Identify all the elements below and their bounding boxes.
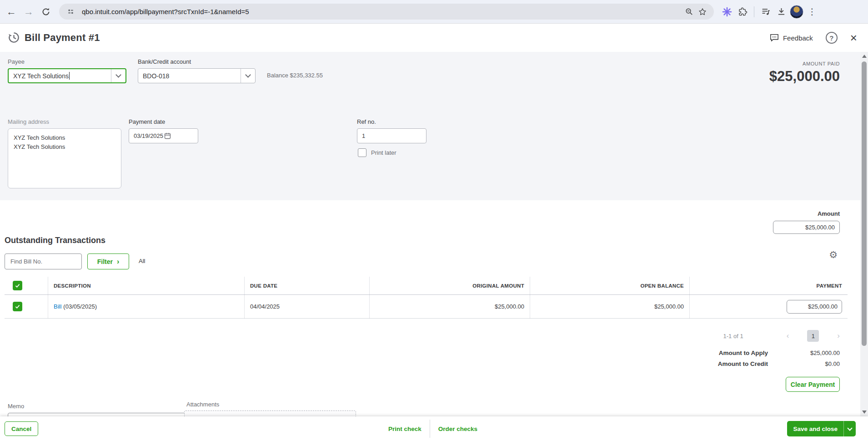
mailing-address-label: Mailing address: [8, 118, 49, 125]
header-description: DESCRIPTION: [48, 277, 244, 294]
amount-label: Amount: [818, 210, 840, 217]
row-checkbox[interactable]: [13, 302, 22, 311]
page-next-icon[interactable]: ›: [837, 331, 840, 340]
attachments-label: Attachments: [186, 401, 219, 408]
extension-starburst-icon[interactable]: [720, 5, 734, 19]
site-settings-icon[interactable]: [64, 5, 77, 19]
find-bill-input[interactable]: [5, 253, 82, 269]
outstanding-transactions-title: Outstanding Transactions: [5, 236, 105, 245]
clear-payment-button[interactable]: Clear Payment: [786, 377, 840, 392]
extensions-area: ⋮: [720, 5, 819, 19]
print-later-checkbox[interactable]: [358, 148, 366, 157]
chevron-down-icon: [847, 426, 852, 431]
scrollbar-thumb[interactable]: [862, 61, 867, 346]
page-prev-icon[interactable]: ‹: [787, 331, 789, 340]
payee-combobox[interactable]: XYZ Tech Solutions: [8, 68, 126, 83]
chevron-down-icon: [115, 72, 121, 78]
payment-date-label: Payment date: [129, 118, 165, 125]
filter-all-label: All: [139, 258, 145, 264]
table-header-row: DESCRIPTION DUE DATE ORIGINAL AMOUNT OPE…: [5, 277, 848, 295]
toolbar-separator: [754, 6, 754, 17]
calendar-icon[interactable]: [164, 132, 194, 140]
help-icon[interactable]: ?: [826, 32, 838, 44]
transactions-section: Amount Outstanding Transactions Filter ›…: [0, 200, 860, 416]
page-number[interactable]: 1: [807, 330, 819, 342]
feedback-button[interactable]: Feedback: [769, 33, 813, 42]
payee-label: Payee: [8, 58, 25, 65]
url-text[interactable]: qbo.intuit.com/app/billpayment?srcTxnId=…: [82, 8, 682, 15]
bank-account-label: Bank/Credit account: [138, 58, 191, 65]
filter-button[interactable]: Filter ›: [87, 253, 129, 269]
history-clock-icon[interactable]: [8, 31, 20, 44]
text-caret: [69, 72, 70, 80]
amount-paid-label: AMOUNT PAID: [769, 61, 840, 66]
print-check-button[interactable]: Print check: [380, 426, 430, 432]
mailing-address-field[interactable]: XYZ Tech Solutions XYZ Tech Solutions: [8, 128, 121, 188]
url-bar[interactable]: qbo.intuit.com/app/billpayment?srcTxnId=…: [59, 4, 714, 20]
forward-icon[interactable]: →: [20, 3, 37, 20]
save-and-close-button[interactable]: Save and close: [787, 421, 843, 436]
select-all-checkbox[interactable]: [13, 281, 22, 290]
table-row: Bill (03/05/2025) 04/04/2025 $25,000.00 …: [5, 295, 848, 319]
bill-link[interactable]: Bill: [54, 303, 61, 310]
ref-no-field[interactable]: [357, 128, 426, 143]
close-icon[interactable]: ×: [850, 32, 857, 44]
extensions-puzzle-icon[interactable]: [736, 5, 749, 19]
bank-account-value: BDO-018: [143, 72, 169, 80]
chrome-menu-icon[interactable]: ⋮: [805, 6, 819, 17]
bill-payment-page: ← → qbo.intuit.com/app/billpayment?srcTx…: [0, 0, 868, 441]
bookmark-star-icon[interactable]: [696, 5, 709, 19]
payment-amount-field[interactable]: [787, 300, 842, 314]
filter-label: Filter: [97, 258, 113, 265]
payment-date-value: 03/19/2025: [134, 132, 164, 139]
back-icon[interactable]: ←: [3, 3, 20, 20]
chevron-right-icon: ›: [117, 258, 119, 266]
balance-label: Balance: [267, 72, 288, 79]
scroll-up-icon[interactable]: [862, 55, 867, 58]
amount-paid-value: $25,000.00: [769, 68, 840, 85]
ref-no-label: Ref no.: [357, 118, 376, 125]
playlist-icon[interactable]: [759, 5, 773, 19]
header-open-balance: OPEN BALANCE: [530, 277, 689, 294]
browser-toolbar: ← → qbo.intuit.com/app/billpayment?srcTx…: [0, 0, 868, 24]
feedback-label: Feedback: [783, 34, 813, 42]
bank-account-combobox[interactable]: BDO-018: [138, 68, 256, 83]
bank-balance: Balance $235,332.55: [267, 72, 323, 79]
transactions-table: DESCRIPTION DUE DATE ORIGINAL AMOUNT OPE…: [5, 277, 848, 319]
header-due-date: DUE DATE: [244, 277, 369, 294]
reload-icon[interactable]: [37, 3, 55, 20]
downloads-icon[interactable]: [774, 5, 788, 19]
page-title: Bill Payment #1: [25, 32, 100, 44]
amount-to-apply-label: Amount to Apply: [719, 350, 768, 356]
payee-value: XYZ Tech Solutions: [13, 72, 69, 80]
pagination: 1-1 of 1 ‹ 1 ›: [723, 330, 840, 342]
cell-due-date: 04/04/2025: [244, 295, 369, 318]
bill-date: (03/05/2025): [63, 303, 97, 310]
payment-date-field[interactable]: 03/19/2025: [129, 128, 198, 143]
page-scrollbar[interactable]: [860, 52, 868, 416]
print-later-label: Print later: [371, 149, 396, 156]
cell-original-amount: $25,000.00: [369, 295, 530, 318]
bank-dropdown-button[interactable]: [241, 69, 255, 83]
amount-to-credit-value: $0.00: [768, 360, 840, 367]
amount-field[interactable]: [773, 221, 840, 234]
save-options-dropdown[interactable]: [843, 421, 856, 436]
amount-to-credit-label: Amount to Credit: [718, 360, 768, 367]
order-checks-button[interactable]: Order checks: [430, 426, 486, 432]
payee-dropdown-button[interactable]: [111, 69, 125, 82]
zoom-out-icon[interactable]: [682, 5, 696, 19]
pagination-range: 1-1 of 1: [723, 333, 743, 340]
header-original-amount: ORIGINAL AMOUNT: [369, 277, 530, 294]
scroll-down-icon[interactable]: [862, 411, 867, 414]
cell-open-balance: $25,000.00: [530, 295, 689, 318]
gear-icon[interactable]: ⚙: [829, 249, 838, 260]
cancel-button[interactable]: Cancel: [5, 421, 38, 436]
totals: Amount to Apply $25,000.00 Amount to Cre…: [585, 350, 840, 371]
amount-to-apply-value: $25,000.00: [768, 350, 840, 356]
profile-avatar[interactable]: [790, 5, 803, 19]
payment-form: Payee XYZ Tech Solutions Bank/Credit acc…: [0, 52, 860, 200]
amount-paid-summary: AMOUNT PAID $25,000.00: [769, 61, 840, 85]
chevron-down-icon: [245, 72, 251, 78]
footer-bar: Cancel Print check Order checks Save and…: [0, 416, 868, 441]
balance-value: $235,332.55: [290, 72, 323, 79]
